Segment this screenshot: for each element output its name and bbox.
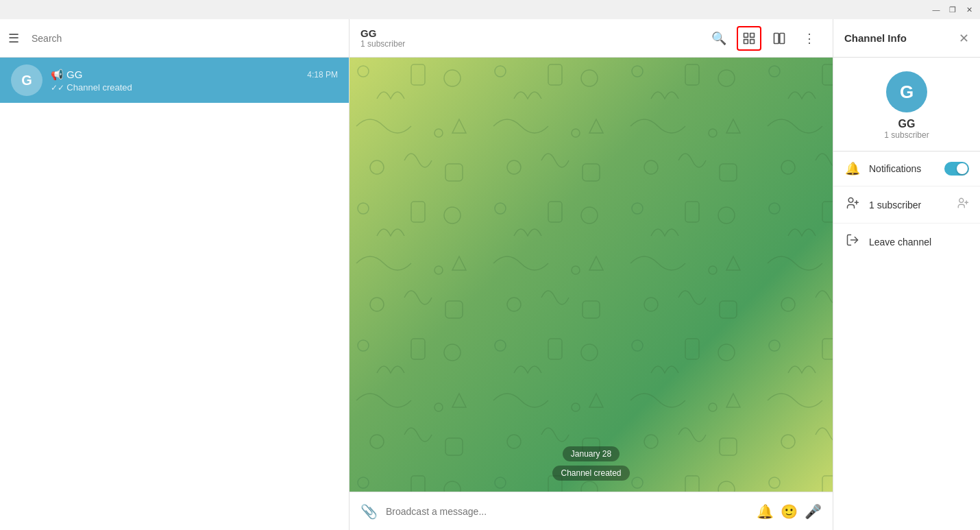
svg-rect-1 bbox=[750, 33, 755, 37]
hamburger-icon[interactable]: ☰ bbox=[8, 31, 25, 46]
channel-info-button[interactable] bbox=[737, 26, 761, 51]
chat-header-info: GG 1 subscriber bbox=[360, 27, 707, 49]
panel-channel-name: GG bbox=[898, 118, 916, 130]
panel-channel-sub: 1 subscriber bbox=[884, 130, 929, 140]
channel-info-panel: Channel Info ✕ G GG 1 subscriber 🔔 Notif… bbox=[833, 19, 980, 530]
notifications-label: Notifications bbox=[869, 163, 944, 174]
sidebar: ☰ G 📢 GG 4:18 PM ✓✓ Channel bbox=[0, 19, 350, 530]
notifications-toggle[interactable] bbox=[944, 162, 969, 176]
add-subscriber-icon[interactable] bbox=[957, 197, 969, 213]
chat-header-actions: 🔍 ⋮ bbox=[707, 26, 822, 51]
message-input[interactable] bbox=[386, 506, 748, 517]
chat-header-sub: 1 subscriber bbox=[360, 39, 707, 49]
svg-rect-0 bbox=[744, 33, 748, 37]
chat-area: GG 1 subscriber 🔍 bbox=[350, 19, 833, 530]
leave-icon bbox=[844, 233, 861, 250]
chat-time: 4:18 PM bbox=[307, 70, 338, 80]
subscribers-label: 1 subscriber bbox=[869, 200, 957, 210]
avatar: G bbox=[11, 64, 42, 96]
date-badge: January 28 bbox=[563, 446, 620, 461]
search-button[interactable]: 🔍 bbox=[707, 26, 731, 51]
chat-item[interactable]: G 📢 GG 4:18 PM ✓✓ Channel created bbox=[0, 58, 349, 103]
chat-header-name: GG bbox=[360, 27, 707, 39]
channel-created-badge: Channel created bbox=[552, 466, 629, 481]
app-body: ☰ G 📢 GG 4:18 PM ✓✓ Channel bbox=[0, 19, 980, 530]
input-right-icons: 🔔 🙂 🎤 bbox=[757, 503, 822, 520]
titlebar: — ❐ ✕ bbox=[0, 0, 980, 19]
panel-close-button[interactable]: ✕ bbox=[959, 31, 969, 46]
leave-channel-label: Leave channel bbox=[869, 237, 969, 248]
emoji-icon[interactable]: 🙂 bbox=[781, 503, 798, 520]
system-messages: January 28 Channel created bbox=[552, 446, 629, 481]
more-button[interactable]: ⋮ bbox=[797, 26, 822, 51]
attachment-icon[interactable]: 📎 bbox=[360, 503, 378, 520]
chat-header: GG 1 subscriber 🔍 bbox=[350, 19, 833, 58]
leave-channel-row[interactable]: Leave channel bbox=[833, 224, 980, 260]
panel-avatar-section: G GG 1 subscriber bbox=[833, 58, 980, 152]
panel-avatar: G bbox=[886, 71, 927, 112]
check-icon: ✓✓ bbox=[51, 83, 66, 93]
sidebar-header: ☰ bbox=[0, 19, 349, 58]
voice-icon[interactable]: 🎤 bbox=[805, 503, 822, 520]
svg-point-6 bbox=[848, 198, 853, 203]
svg-rect-3 bbox=[750, 39, 755, 43]
megaphone-icon: 📢 bbox=[51, 69, 64, 81]
search-input[interactable] bbox=[32, 33, 341, 44]
subscribers-row[interactable]: 1 subscriber bbox=[833, 186, 980, 224]
chat-info: 📢 GG 4:18 PM ✓✓ Channel created bbox=[51, 69, 338, 93]
chat-background: January 28 Channel created bbox=[350, 58, 833, 492]
svg-rect-5 bbox=[780, 33, 785, 43]
chat-preview: ✓✓ Channel created bbox=[51, 82, 338, 93]
column-layout-button[interactable] bbox=[767, 26, 792, 51]
panel-title: Channel Info bbox=[844, 32, 907, 44]
subscribers-icon bbox=[844, 196, 861, 213]
notifications-row[interactable]: 🔔 Notifications bbox=[833, 152, 980, 186]
panel-header: Channel Info ✕ bbox=[833, 19, 980, 58]
svg-point-7 bbox=[959, 198, 964, 202]
chat-name: 📢 GG bbox=[51, 69, 82, 81]
svg-rect-4 bbox=[774, 33, 779, 43]
chat-name-row: 📢 GG 4:18 PM bbox=[51, 69, 338, 81]
chat-input-bar: 📎 🔔 🙂 🎤 bbox=[350, 492, 833, 530]
close-button[interactable]: ✕ bbox=[964, 4, 975, 15]
notification-icon[interactable]: 🔔 bbox=[757, 503, 774, 520]
bell-icon: 🔔 bbox=[844, 161, 861, 176]
svg-rect-2 bbox=[744, 39, 748, 43]
chat-messages: January 28 Channel created bbox=[350, 58, 833, 492]
maximize-button[interactable]: ❐ bbox=[947, 4, 958, 15]
chat-list: G 📢 GG 4:18 PM ✓✓ Channel created bbox=[0, 58, 349, 530]
minimize-button[interactable]: — bbox=[931, 4, 942, 15]
